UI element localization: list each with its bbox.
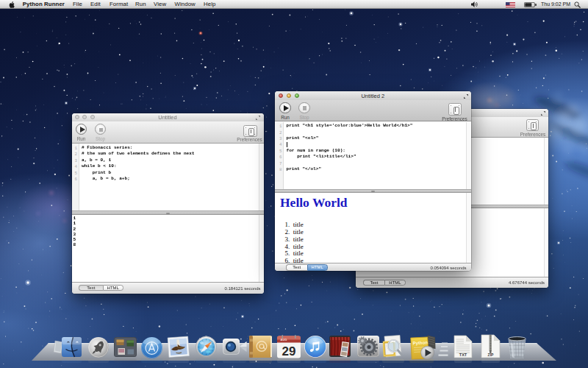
svg-text:AUG: AUG	[281, 338, 287, 342]
svg-text:TXT: TXT	[459, 353, 467, 357]
svg-text:29: 29	[282, 344, 296, 358]
svg-text:ZIP: ZIP	[488, 353, 494, 357]
svg-text:Python: Python	[412, 340, 428, 345]
